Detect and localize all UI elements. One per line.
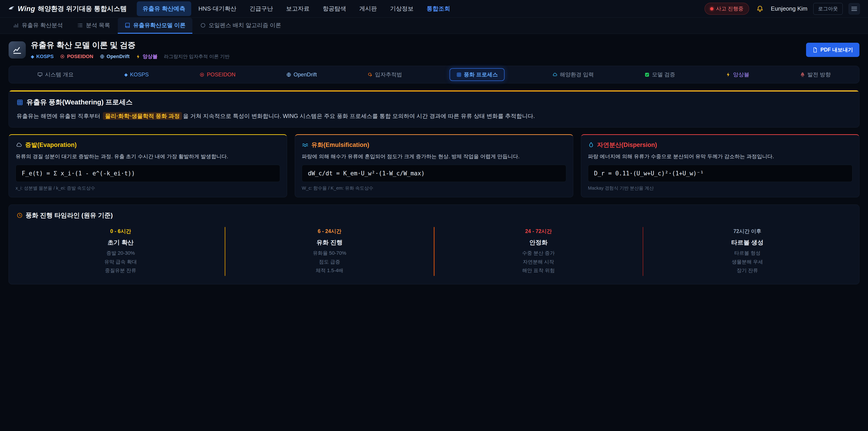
main-content: 유출유 확산 모델 이론 및 검증 ◆ KOSPS POSEIDON	[0, 34, 868, 284]
process-cards: 증발(Evaporation) 유류의 경질 성분이 대기로 증발하는 과정. …	[8, 134, 860, 197]
top-navbar: Wing 해양환경 위기대응 통합시스템 유출유 확산예측 HNS·대기확산 긴…	[0, 0, 868, 18]
stage-time: 6 - 24시간	[230, 228, 429, 235]
tab-label: 유출유 확산분석	[22, 22, 63, 29]
nav-item-spill-prediction[interactable]: 유출유 확산예측	[137, 1, 191, 16]
nav-item-hns-atmospheric[interactable]: HNS·대기확산	[193, 1, 242, 16]
nav-item-reports[interactable]: 보고자료	[280, 1, 315, 16]
bell-icon	[756, 5, 764, 12]
stage-detail: 생물분해 우세	[648, 258, 847, 267]
logout-button[interactable]: 로그아웃	[813, 3, 843, 15]
rocket-icon	[800, 72, 805, 77]
desc-highlight: 물리·화학·생물학적 풍화 과정	[103, 112, 182, 120]
target-icon	[60, 54, 65, 59]
section-nav-label: 입자추적법	[375, 71, 402, 78]
pdf-export-button[interactable]: PDF 내보내기	[806, 43, 860, 57]
droplet-icon	[588, 142, 594, 148]
stage-detail: 수중 분산 증가	[439, 249, 638, 258]
tab-analysis-list[interactable]: 분석 목록	[70, 18, 117, 34]
list-icon	[77, 22, 83, 28]
section-nav-item-ensemble[interactable]: 앙상블	[723, 69, 752, 81]
stage-detail: 장기 잔류	[648, 266, 847, 275]
process-card-description: 파랑에 의해 해수가 유류에 혼입되어 점도가 크게 증가하는 현상. 방제 작…	[302, 153, 566, 161]
timeline-stages: 0 - 6시간 초기 확산 증발 20-30% 유막 급속 확대 중질유분 잔류…	[17, 227, 851, 276]
stage-detail: 해안 표착 위험	[439, 266, 638, 275]
grid-icon	[17, 99, 23, 106]
formula-block: F_e(t) = Σ x_i·(1 - e^(-k_ei·t))	[16, 165, 280, 182]
app-logo[interactable]: Wing 해양환경 위기대응 통합시스템	[8, 4, 127, 13]
monitor-icon	[37, 72, 43, 77]
desc-text: 을 거쳐 지속적으로 특성이 변화합니다. WING 시스템은 주요 풍화 프로…	[183, 113, 535, 119]
stage-detail: 유화율 50-70%	[230, 249, 429, 258]
wing-logo-icon	[8, 5, 15, 12]
stage-name: 유화 진행	[230, 239, 429, 247]
tab-model-theory[interactable]: 유출유확산모델 이론	[118, 18, 192, 34]
diamond-icon: ◆	[31, 54, 34, 59]
nav-item-integrated-search[interactable]: 통합조회	[421, 1, 456, 16]
accent-bar	[9, 90, 859, 92]
section-nav-item-future-direction[interactable]: 발전 방향	[797, 69, 834, 81]
document-icon	[812, 47, 818, 53]
stage-detail: 점도 급증	[230, 258, 429, 267]
section-nav-label: KOSPS	[130, 71, 149, 78]
section-nav-label: 모델 검증	[652, 71, 675, 78]
stage-detail: 체적 1.5-4배	[230, 266, 429, 275]
weathering-description: 유출유는 해면에 유출된 직후부터 물리·화학·생물학적 풍화 과정을 거쳐 지…	[17, 112, 851, 120]
section-nav-item-weathering-process[interactable]: 풍화 프로세스	[450, 68, 505, 81]
diamond-icon: ◆	[124, 72, 128, 77]
book-icon	[125, 22, 130, 28]
section-nav-item-kosps[interactable]: ◆ KOSPS	[121, 69, 152, 80]
page-header: 유출유 확산 모델 이론 및 검증 ◆ KOSPS POSEIDON	[8, 40, 860, 60]
lightning-icon	[726, 72, 731, 77]
incident-status-label: 사고 진행중	[716, 5, 743, 12]
nav-item-board[interactable]: 게시판	[353, 1, 383, 16]
stage-name: 초기 확산	[21, 239, 220, 247]
tab-spill-analysis[interactable]: 유출유 확산분석	[6, 18, 70, 34]
section-nav-item-ocean-env-input[interactable]: 해양환경 입력	[549, 69, 597, 81]
badge-poseidon: POSEIDON	[60, 54, 93, 59]
globe-icon	[100, 54, 105, 59]
section-nav-item-particle-tracking[interactable]: 입자추적법	[364, 69, 405, 81]
formula-caption: Mackay 경험식 기반 분산율 계산	[588, 185, 852, 191]
stage-detail: 중질유분 잔류	[21, 266, 220, 275]
tab-label: 유출유확산모델 이론	[133, 22, 186, 29]
stage-time: 0 - 6시간	[21, 228, 220, 235]
grid-icon	[456, 72, 462, 77]
section-nav-label: POSEIDON	[207, 71, 236, 78]
stage-detail: 유막 급속 확대	[21, 258, 220, 267]
badge-opendrift: OpenDrift	[100, 54, 129, 59]
stage-detail: 자연분해 시작	[439, 258, 638, 267]
lightning-icon	[136, 54, 141, 59]
timeline-title: 풍화 진행 타임라인 (원유 기준)	[26, 211, 113, 220]
nav-item-weather-info[interactable]: 기상정보	[384, 1, 419, 16]
nav-item-aerial-search[interactable]: 항공탐색	[317, 1, 352, 16]
section-nav-item-poseidon[interactable]: POSEIDON	[196, 69, 239, 80]
hamburger-menu-button[interactable]	[848, 3, 860, 14]
section-nav-item-system-overview[interactable]: 시스템 개요	[34, 69, 77, 81]
section-nav-item-opendrift[interactable]: OpenDrift	[283, 69, 320, 80]
process-card-description: 파랑 에너지에 의해 유류가 수중으로 분산되어 유막 두께가 감소하는 과정입…	[588, 153, 852, 161]
particle-icon	[368, 72, 373, 77]
process-card-title: 유화(Emulsification)	[311, 141, 369, 149]
model-theory-icon	[8, 41, 26, 59]
section-nav-item-model-validation[interactable]: 모델 검증	[641, 69, 678, 81]
process-card-dispersion: 자연분산(Dispersion) 파랑 에너지에 의해 유류가 수중으로 분산되…	[581, 134, 860, 197]
check-square-icon	[645, 72, 650, 77]
tab-oilfence-theory[interactable]: 오일펜스 배치 알고리즘 이론	[193, 18, 288, 34]
incident-status-badge[interactable]: 사고 진행중	[705, 3, 749, 15]
section-nav-label: 앙상블	[733, 71, 749, 78]
formula-block: dW_c/dt = K_em·U_w²·(1-W_c/W_max)	[302, 165, 566, 182]
model-badges: ◆ KOSPS POSEIDON	[31, 53, 230, 60]
timeline-stage-1: 0 - 6시간 초기 확산 증발 20-30% 유막 급속 확대 중질유분 잔류	[17, 227, 225, 276]
sub-tabbar: 유출유 확산분석 분석 목록 유출유확산모델 이론 오일펜스 배치 알고리즘 이…	[0, 18, 868, 34]
badge-label: POSEIDON	[67, 54, 93, 59]
timeline-stage-3: 24 - 72시간 안정화 수중 분산 증가 자연분해 시작 해안 표착 위험	[434, 227, 643, 276]
nav-item-emergency-rescue[interactable]: 긴급구난	[243, 1, 279, 16]
timeline-stage-4: 72시간 이후 타르볼 생성 타르볼 형성 생물분해 우세 장기 잔류	[643, 227, 851, 276]
globe-icon	[286, 72, 291, 77]
stage-name: 타르볼 생성	[648, 239, 847, 247]
notification-bell-button[interactable]	[755, 4, 765, 14]
app-window: Wing 해양환경 위기대응 통합시스템 유출유 확산예측 HNS·대기확산 긴…	[0, 0, 868, 431]
process-card-title: 자연분산(Dispersion)	[597, 141, 657, 149]
alert-dot-icon	[710, 7, 713, 10]
weathering-section-title: 유출유 풍화(Weathering) 프로세스	[26, 98, 132, 107]
